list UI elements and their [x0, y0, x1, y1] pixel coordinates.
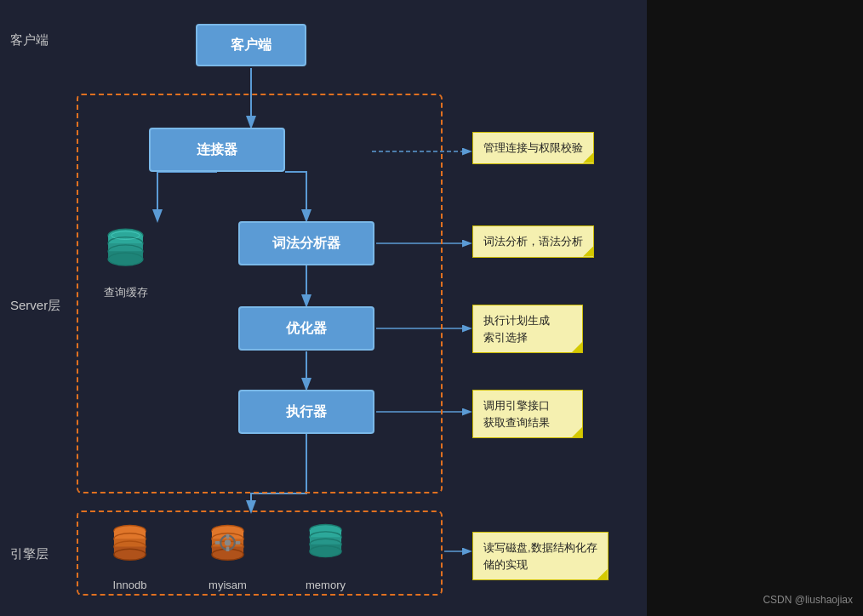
- note-optimizer: 执行计划生成索引选择: [472, 305, 583, 353]
- svg-rect-32: [226, 534, 230, 539]
- engine-icons-row: Innodb myisam: [81, 510, 374, 600]
- memory-icon: [298, 519, 353, 574]
- main-diagram: 客户端 Server层 引擎层 客户端 连接器 查询缓存 词法分析器 优化器: [0, 0, 647, 616]
- innodb-label: Innodb: [113, 579, 147, 591]
- query-cache-label: 查询缓存: [104, 285, 148, 300]
- engine-memory: memory: [298, 519, 353, 591]
- query-cache-icon: [98, 221, 153, 277]
- svg-point-31: [225, 539, 231, 545]
- note-connector: 管理连接与权限校验: [472, 132, 594, 164]
- connector-box: 连接器: [149, 128, 285, 172]
- svg-rect-33: [226, 547, 230, 552]
- svg-point-22: [114, 549, 146, 560]
- label-client: 客户端: [10, 32, 49, 48]
- innodb-icon: [102, 519, 157, 574]
- svg-rect-35: [236, 541, 241, 545]
- engine-myisam: myisam: [200, 519, 255, 591]
- right-panel: CSDN @liushaojiax: [647, 0, 863, 616]
- myisam-icon: [200, 519, 255, 574]
- note-executor: 调用引擎接口获取查询结果: [472, 390, 583, 438]
- engine-innodb: Innodb: [102, 519, 157, 591]
- query-cache-area: 查询缓存: [98, 221, 153, 300]
- label-server: Server层: [10, 298, 60, 314]
- note-engine: 读写磁盘,数据结构化存储的实现: [472, 532, 609, 580]
- note-lexer: 词法分析，语法分析: [472, 225, 594, 258]
- client-box: 客户端: [196, 24, 306, 66]
- svg-point-42: [310, 546, 341, 557]
- label-engine: 引擎层: [10, 546, 49, 562]
- svg-point-14: [108, 253, 143, 265]
- executor-box: 执行器: [238, 390, 374, 434]
- csdn-credit: CSDN @liushaojiax: [763, 594, 853, 606]
- memory-label: memory: [306, 579, 346, 591]
- lexer-box: 词法分析器: [238, 221, 374, 265]
- myisam-label: myisam: [209, 579, 247, 591]
- optimizer-box: 优化器: [238, 306, 374, 351]
- svg-rect-34: [215, 541, 220, 545]
